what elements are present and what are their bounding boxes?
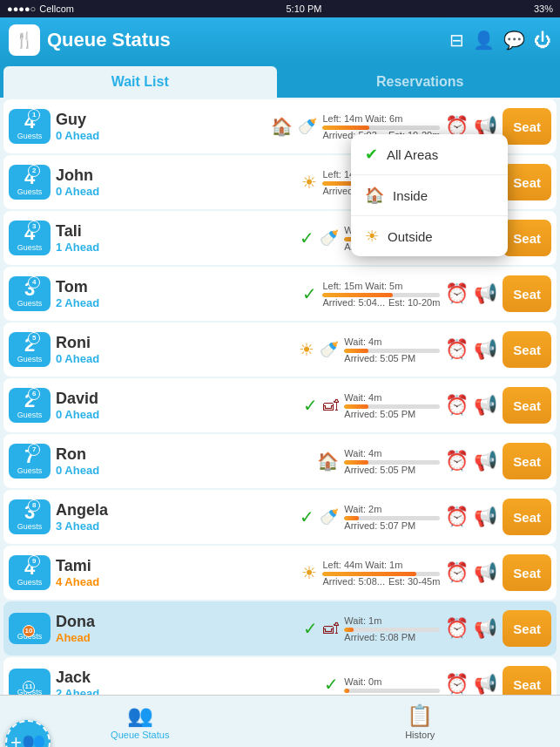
alarm-icon[interactable]: ⏰: [445, 282, 469, 305]
name-area: Roni 0 Ahead: [56, 334, 293, 365]
ahead-status: 4 Ahead: [56, 575, 296, 588]
ahead-status: Ahead: [56, 631, 298, 644]
time-info: Left: 14m Wait: 6m: [322, 113, 440, 124]
seat-button[interactable]: Seat: [503, 554, 551, 591]
megaphone-icon[interactable]: 📢: [474, 617, 497, 640]
time-info: Wait: 4m: [344, 336, 440, 347]
name-area: John 0 Ahead: [56, 166, 296, 198]
guest-name: Tali: [56, 222, 294, 241]
seat-button[interactable]: Seat: [503, 275, 551, 312]
queue-status-label: Queue Status: [111, 730, 169, 740]
arrived-info: Arrived: 5:07 PM: [344, 520, 440, 531]
alarm-icon[interactable]: ⏰: [445, 561, 469, 584]
row-number-badge: 1: [28, 109, 40, 121]
guests-label: Guests: [12, 132, 47, 141]
queue-row: 2 5 Guests Roni 0 Ahead ☀ 🍼 Wait: 4mArri…: [3, 323, 557, 377]
tab-reservations[interactable]: Reservations: [284, 66, 557, 98]
time-area: Left: 44m Wait: 1mArrived: 5:08...Est: 3…: [322, 560, 440, 587]
carrier-label: Cellcom: [39, 3, 74, 14]
megaphone-icon[interactable]: 📢: [474, 394, 497, 417]
alarm-icon[interactable]: ⏰: [445, 617, 469, 640]
guest-name: Dona: [56, 613, 298, 631]
house-icon: 🏠: [271, 116, 293, 137]
megaphone-icon[interactable]: 📢: [474, 282, 497, 305]
alarm-icon[interactable]: ⏰: [445, 673, 469, 696]
seat-button[interactable]: Seat: [503, 387, 551, 424]
queue-row: 3 4 Guests Tom 2 Ahead ✓ Left: 15m Wait:…: [3, 267, 557, 321]
time-area: Wait: 4mArrived: 5:05 PM: [344, 392, 440, 419]
name-area: David 0 Ahead: [56, 390, 298, 421]
app-logo: 🍴: [9, 24, 40, 56]
name-area: Angela 3 Ahead: [56, 501, 294, 533]
seat-button[interactable]: Seat: [503, 499, 551, 535]
dropdown-item-label: Outside: [388, 229, 433, 244]
guest-name: Jack: [56, 669, 319, 687]
time-info: Wait: 1m: [344, 615, 440, 626]
guest-badge: 2 6 Guests: [9, 388, 51, 424]
guest-name: Angela: [56, 501, 294, 520]
ahead-status: 0 Ahead: [56, 129, 266, 142]
chat-icon[interactable]: 💬: [503, 30, 525, 51]
dropdown-item-label: All Areas: [387, 147, 438, 162]
alarm-icon[interactable]: ⏰: [445, 506, 469, 528]
app-header: 🍴 Queue Status ⊟ 👤 💬 ⏻: [0, 17, 560, 63]
time-area: Wait: 4mArrived: 5:05 PM: [344, 448, 440, 475]
tab-bar: Wait List Reservations: [0, 63, 560, 98]
sun-icon: ☀: [299, 339, 314, 360]
megaphone-icon[interactable]: 📢: [474, 450, 497, 472]
bottom-nav-history[interactable]: 📋 History: [280, 696, 561, 747]
time-info: Left: 44m Wait: 1m: [322, 560, 440, 570]
seat-button[interactable]: Seat: [503, 220, 551, 256]
stroller-icon: 🍼: [298, 117, 317, 136]
dropdown-item-all-areas[interactable]: ✔ All Areas: [351, 134, 508, 175]
profile-icon[interactable]: 👤: [473, 30, 495, 51]
alarm-icon[interactable]: ⏰: [445, 394, 469, 417]
row-number-badge: 6: [28, 388, 40, 400]
megaphone-icon[interactable]: 📢: [474, 506, 497, 528]
guest-badge: 10 Guests: [9, 613, 51, 645]
seat-button[interactable]: Seat: [503, 108, 551, 145]
arrived-info: Arrived: 5:05 PM: [344, 465, 440, 475]
check-icon: ✓: [300, 506, 314, 527]
arrived-info: Arrived: 5:08 PM: [344, 632, 440, 642]
guest-name: John: [56, 166, 296, 185]
name-area: Tali 1 Ahead: [56, 222, 294, 254]
check-icon: ✓: [324, 674, 339, 695]
guests-label: Guests: [12, 411, 47, 420]
battery-label: 33%: [534, 3, 553, 14]
signal-icon: ●●●●○: [7, 3, 36, 14]
dropdown-item-label: Inside: [393, 188, 428, 203]
guests-label: Guests: [12, 355, 47, 364]
name-area: Dona Ahead: [56, 613, 298, 644]
seat-button[interactable]: Seat: [503, 610, 551, 647]
time-area: Wait: 4mArrived: 5:05 PM: [344, 336, 440, 363]
guest-name: Guy: [56, 111, 266, 129]
queue-status-icon: 👥: [127, 703, 153, 728]
dropdown-item-outside[interactable]: ☀ Outside: [351, 216, 508, 256]
time-area: Wait: 2mArrived: 5:07 PM: [344, 504, 440, 531]
filter-icon[interactable]: ⊟: [449, 30, 464, 51]
sofa-icon: 🛋: [323, 620, 339, 638]
area-dropdown[interactable]: ✔ All Areas 🏠 Inside ☀ Outside: [351, 134, 508, 256]
alarm-icon[interactable]: ⏰: [445, 450, 469, 472]
time-info: Wait: 2m: [344, 504, 440, 514]
arrived-info: Arrived: 5:08...Est: 30-45m: [322, 576, 440, 587]
guest-name: Ron: [56, 445, 312, 464]
megaphone-icon[interactable]: 📢: [474, 673, 497, 696]
dropdown-item-inside[interactable]: 🏠 Inside: [351, 175, 508, 216]
alarm-icon[interactable]: ⏰: [445, 338, 469, 361]
guest-name: Roni: [56, 334, 293, 352]
seat-button[interactable]: Seat: [503, 443, 551, 479]
name-area: Tami 4 Ahead: [56, 557, 296, 588]
checkmark-icon: ✔: [365, 145, 378, 164]
power-icon[interactable]: ⏻: [534, 31, 551, 51]
seat-button[interactable]: Seat: [503, 331, 551, 368]
guest-badge: 3 4 Guests: [9, 276, 51, 312]
seat-button[interactable]: Seat: [503, 164, 551, 200]
sun-icon: ☀: [301, 172, 317, 193]
ahead-status: 0 Ahead: [56, 185, 296, 198]
check-icon: ✓: [302, 283, 317, 304]
megaphone-icon[interactable]: 📢: [474, 338, 497, 361]
megaphone-icon[interactable]: 📢: [474, 561, 497, 584]
tab-wait-list[interactable]: Wait List: [3, 66, 277, 98]
